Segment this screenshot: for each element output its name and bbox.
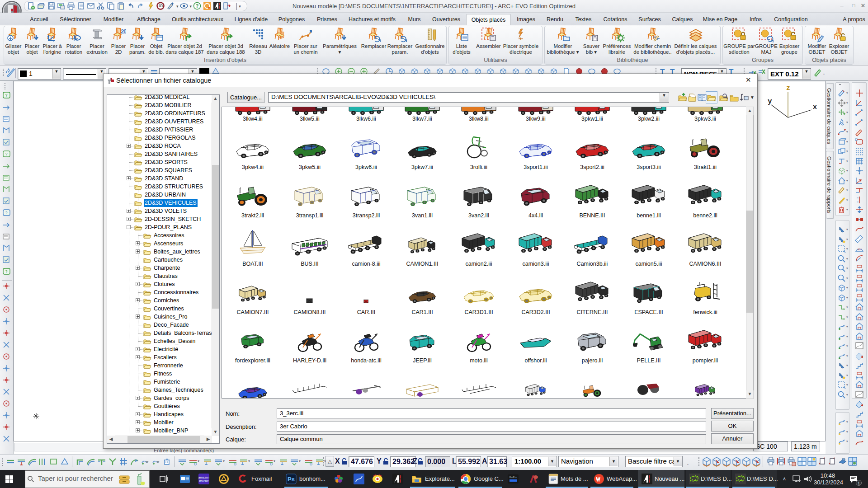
svg-text:?: ? [5,269,7,274]
svg-text:Ps: Ps [288,476,295,483]
svg-text:x: x [813,103,817,111]
svg-text:?: ? [5,211,7,215]
svg-text:?: ? [5,152,7,156]
svg-text:amazon: amazon [198,476,209,479]
svg-text:z: z [786,84,790,92]
svg-text:90°: 90° [858,248,862,251]
svg-text:y: y [768,98,772,106]
svg-text:music: music [199,479,209,483]
svg-text:GoPro: GoPro [509,476,517,479]
svg-text:?: ? [5,93,7,98]
